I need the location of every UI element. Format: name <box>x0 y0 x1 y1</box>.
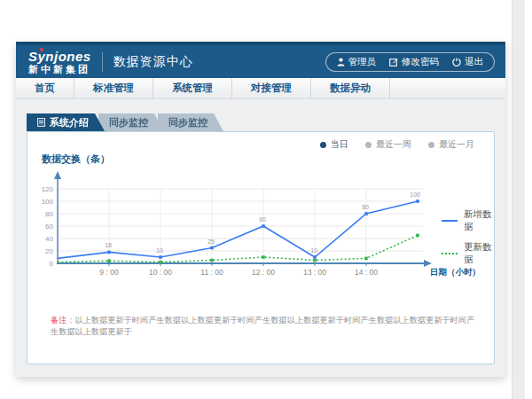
line-chart: 0204060801001209 : 0010 : 0011 : 0012 : … <box>29 166 492 285</box>
svg-text:日期（小时）: 日期（小时） <box>430 267 481 278</box>
page-title: 数据资源中心 <box>113 54 193 70</box>
footnote-prefix: 备注 <box>51 316 66 325</box>
svg-text:11 : 00: 11 : 00 <box>200 268 223 277</box>
main-nav: 首页 标准管理 系统管理 对接管理 数据异动 <box>16 78 505 99</box>
svg-text:80: 80 <box>45 210 53 218</box>
range-filter-group: 当日 最近一周 最近一月 <box>320 138 474 151</box>
nav-item-standard-mgmt[interactable]: 标准管理 <box>74 78 153 98</box>
legend-item-new-data: 新增数据 <box>442 208 494 233</box>
brand-logo-subtext: 新中新集团 <box>28 65 91 74</box>
logout-button[interactable]: 退出 <box>452 56 483 68</box>
nav-item-system-mgmt[interactable]: 系统管理 <box>153 78 232 98</box>
nav-item-data-change[interactable]: 数据异动 <box>311 78 390 98</box>
brand-logo-text: Synjones <box>28 50 91 63</box>
power-icon <box>452 58 461 66</box>
svg-text:60: 60 <box>45 223 53 231</box>
person-icon <box>337 58 345 66</box>
legend-item-updated-data: 更新数据 <box>442 241 494 266</box>
dotted-line-swatch <box>442 253 458 254</box>
svg-text:14 : 00: 14 : 00 <box>355 268 378 277</box>
user-toolbar: 管理员 修改密码 退出 <box>325 52 496 72</box>
change-password-button[interactable]: 修改密码 <box>389 56 439 68</box>
svg-text:100: 100 <box>42 198 54 206</box>
svg-text:12 : 00: 12 : 00 <box>252 268 275 277</box>
svg-text:80: 80 <box>362 204 369 210</box>
svg-text:40: 40 <box>45 235 53 243</box>
radio-last-month[interactable]: 最近一月 <box>428 138 474 151</box>
radio-unselected-icon <box>428 142 434 148</box>
tab-system-intro[interactable]: 系统介绍 <box>27 113 105 131</box>
tab-bar: 系统介绍 同步监控 同步监控 <box>27 113 505 131</box>
footnote-text: ：以上数据更新于时间产生数据以上数据更新于时间产生数据以上数据更新于时间产生数据… <box>51 316 474 336</box>
svg-text:25: 25 <box>207 239 215 245</box>
svg-text:9 : 00: 9 : 00 <box>99 268 119 277</box>
tab-sync-monitor-2[interactable]: 同步监控 <box>158 113 223 131</box>
header-divider <box>102 52 103 72</box>
svg-text:0: 0 <box>50 260 54 268</box>
logo-accent-dot <box>40 48 43 51</box>
chart-legend: 新增数据 更新数据 <box>442 208 494 266</box>
radio-unselected-icon <box>365 142 372 148</box>
radio-selected-icon <box>320 142 326 148</box>
chart-panel: 当日 最近一周 最近一月 数据交换（条） 0204060801001209 : … <box>27 131 495 364</box>
nav-item-home[interactable]: 首页 <box>16 78 74 98</box>
solid-line-swatch <box>442 220 458 222</box>
svg-text:60: 60 <box>259 216 266 223</box>
svg-text:10 : 00: 10 : 00 <box>149 268 172 277</box>
svg-text:10: 10 <box>310 247 317 254</box>
chart-y-axis-title: 数据交换（条） <box>42 153 110 166</box>
brand-logo[interactable]: Synjones 新中新集团 <box>28 50 91 74</box>
footnote: 备注：以上数据更新于时间产生数据以上数据更新于时间产生数据以上数据更新于时间产生… <box>51 315 478 338</box>
tab-sync-monitor-1[interactable]: 同步监控 <box>98 113 164 131</box>
svg-text:120: 120 <box>42 185 54 193</box>
document-icon <box>37 118 45 127</box>
app-header: Synjones 新中新集团 数据资源中心 管理员 修改密码 退出 <box>16 42 505 78</box>
svg-text:100: 100 <box>410 192 420 198</box>
user-button[interactable]: 管理员 <box>337 56 377 68</box>
svg-text:10: 10 <box>156 247 163 254</box>
nav-item-integration-mgmt[interactable]: 对接管理 <box>232 78 311 98</box>
svg-text:18: 18 <box>105 242 112 248</box>
scrollbar[interactable] <box>512 0 525 399</box>
app-window: Synjones 新中新集团 数据资源中心 管理员 修改密码 退出 <box>16 42 505 377</box>
edit-icon <box>389 58 398 66</box>
screen: Synjones 新中新集团 数据资源中心 管理员 修改密码 退出 <box>0 0 532 399</box>
svg-text:13 : 00: 13 : 00 <box>303 268 326 277</box>
radio-last-week[interactable]: 最近一周 <box>365 138 411 151</box>
radio-today[interactable]: 当日 <box>320 138 348 151</box>
svg-text:20: 20 <box>45 247 53 255</box>
